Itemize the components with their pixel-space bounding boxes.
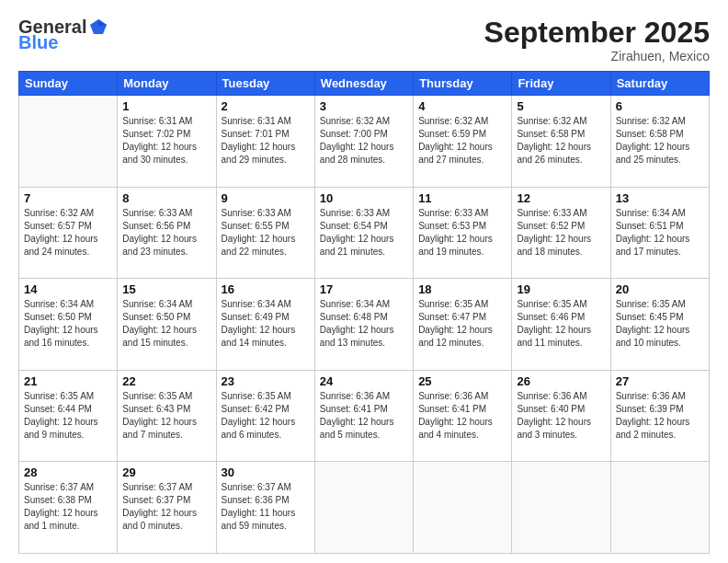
day-number: 30 — [222, 465, 310, 479]
day-info: Sunrise: 6:35 AM Sunset: 6:45 PM Dayligh… — [616, 298, 704, 350]
calendar-cell: 5Sunrise: 6:32 AM Sunset: 6:58 PM Daylig… — [512, 96, 610, 188]
day-number: 10 — [320, 191, 408, 205]
day-info: Sunrise: 6:33 AM Sunset: 6:56 PM Dayligh… — [122, 207, 210, 259]
day-info: Sunrise: 6:32 AM Sunset: 6:57 PM Dayligh… — [24, 207, 112, 259]
day-info: Sunrise: 6:31 AM Sunset: 7:02 PM Dayligh… — [122, 115, 210, 167]
day-info: Sunrise: 6:37 AM Sunset: 6:38 PM Dayligh… — [24, 481, 112, 533]
col-header-wednesday: Wednesday — [314, 72, 413, 96]
col-header-sunday: Sunday — [19, 72, 118, 96]
day-number: 9 — [222, 191, 310, 205]
calendar-cell — [414, 462, 512, 554]
calendar-cell: 4Sunrise: 6:32 AM Sunset: 6:59 PM Daylig… — [414, 96, 512, 188]
day-number: 1 — [122, 99, 210, 113]
calendar-cell: 10Sunrise: 6:33 AM Sunset: 6:54 PM Dayli… — [314, 187, 413, 279]
calendar-week-row: 28Sunrise: 6:37 AM Sunset: 6:38 PM Dayli… — [19, 462, 710, 554]
day-number: 27 — [616, 374, 704, 388]
calendar-table: SundayMondayTuesdayWednesdayThursdayFrid… — [18, 71, 710, 554]
col-header-tuesday: Tuesday — [216, 72, 314, 96]
calendar-cell: 7Sunrise: 6:32 AM Sunset: 6:57 PM Daylig… — [19, 187, 118, 279]
col-header-thursday: Thursday — [414, 72, 512, 96]
calendar-cell: 25Sunrise: 6:36 AM Sunset: 6:41 PM Dayli… — [414, 370, 512, 462]
calendar-week-row: 21Sunrise: 6:35 AM Sunset: 6:44 PM Dayli… — [19, 370, 710, 462]
day-number: 2 — [222, 99, 310, 113]
logo-flag-icon — [88, 17, 108, 38]
day-number: 29 — [122, 465, 210, 479]
day-info: Sunrise: 6:34 AM Sunset: 6:51 PM Dayligh… — [616, 207, 704, 259]
calendar-cell: 8Sunrise: 6:33 AM Sunset: 6:56 PM Daylig… — [118, 187, 216, 279]
calendar-cell: 2Sunrise: 6:31 AM Sunset: 7:01 PM Daylig… — [216, 96, 314, 188]
calendar-cell: 14Sunrise: 6:34 AM Sunset: 6:50 PM Dayli… — [19, 279, 118, 371]
day-number: 22 — [122, 374, 210, 388]
day-info: Sunrise: 6:32 AM Sunset: 6:58 PM Dayligh… — [517, 115, 605, 167]
day-info: Sunrise: 6:34 AM Sunset: 6:48 PM Dayligh… — [320, 298, 408, 350]
calendar-cell — [610, 462, 709, 554]
day-number: 25 — [418, 374, 506, 388]
calendar-cell: 19Sunrise: 6:35 AM Sunset: 6:46 PM Dayli… — [512, 279, 610, 371]
calendar-cell: 3Sunrise: 6:32 AM Sunset: 7:00 PM Daylig… — [314, 96, 413, 188]
location-subtitle: Zirahuen, Mexico — [484, 49, 710, 63]
day-info: Sunrise: 6:35 AM Sunset: 6:42 PM Dayligh… — [222, 390, 310, 442]
col-header-friday: Friday — [512, 72, 610, 96]
day-number: 13 — [616, 191, 704, 205]
day-number: 7 — [24, 191, 112, 205]
calendar-cell — [512, 462, 610, 554]
calendar-week-row: 7Sunrise: 6:32 AM Sunset: 6:57 PM Daylig… — [19, 187, 710, 279]
calendar-week-row: 1Sunrise: 6:31 AM Sunset: 7:02 PM Daylig… — [19, 96, 710, 188]
calendar-cell: 13Sunrise: 6:34 AM Sunset: 6:51 PM Dayli… — [610, 187, 709, 279]
calendar-cell: 29Sunrise: 6:37 AM Sunset: 6:37 PM Dayli… — [118, 462, 216, 554]
day-info: Sunrise: 6:33 AM Sunset: 6:55 PM Dayligh… — [222, 207, 310, 259]
day-info: Sunrise: 6:35 AM Sunset: 6:43 PM Dayligh… — [122, 390, 210, 442]
day-info: Sunrise: 6:36 AM Sunset: 6:41 PM Dayligh… — [418, 390, 506, 442]
day-info: Sunrise: 6:32 AM Sunset: 6:58 PM Dayligh… — [616, 115, 704, 167]
day-info: Sunrise: 6:35 AM Sunset: 6:47 PM Dayligh… — [418, 298, 506, 350]
day-number: 20 — [616, 282, 704, 296]
day-info: Sunrise: 6:35 AM Sunset: 6:44 PM Dayligh… — [24, 390, 112, 442]
calendar-cell: 16Sunrise: 6:34 AM Sunset: 6:49 PM Dayli… — [216, 279, 314, 371]
day-info: Sunrise: 6:36 AM Sunset: 6:39 PM Dayligh… — [616, 390, 704, 442]
day-info: Sunrise: 6:32 AM Sunset: 7:00 PM Dayligh… — [320, 115, 408, 167]
page: General Blue September 2025 Zirahuen, Me… — [0, 0, 728, 563]
calendar-week-row: 14Sunrise: 6:34 AM Sunset: 6:50 PM Dayli… — [19, 279, 710, 371]
day-number: 17 — [320, 282, 408, 296]
day-info: Sunrise: 6:33 AM Sunset: 6:52 PM Dayligh… — [517, 207, 605, 259]
day-info: Sunrise: 6:35 AM Sunset: 6:46 PM Dayligh… — [517, 298, 605, 350]
day-number: 12 — [517, 191, 605, 205]
calendar-cell: 26Sunrise: 6:36 AM Sunset: 6:40 PM Dayli… — [512, 370, 610, 462]
day-number: 19 — [517, 282, 605, 296]
day-info: Sunrise: 6:37 AM Sunset: 6:37 PM Dayligh… — [122, 481, 210, 533]
col-header-saturday: Saturday — [610, 72, 709, 96]
day-number: 14 — [24, 282, 112, 296]
calendar-cell: 12Sunrise: 6:33 AM Sunset: 6:52 PM Dayli… — [512, 187, 610, 279]
calendar-cell: 17Sunrise: 6:34 AM Sunset: 6:48 PM Dayli… — [314, 279, 413, 371]
calendar-cell: 18Sunrise: 6:35 AM Sunset: 6:47 PM Dayli… — [414, 279, 512, 371]
day-number: 8 — [122, 191, 210, 205]
calendar-cell: 23Sunrise: 6:35 AM Sunset: 6:42 PM Dayli… — [216, 370, 314, 462]
day-number: 21 — [24, 374, 112, 388]
calendar-cell — [19, 96, 118, 188]
day-info: Sunrise: 6:32 AM Sunset: 6:59 PM Dayligh… — [418, 115, 506, 167]
day-number: 26 — [517, 374, 605, 388]
month-title: September 2025 — [484, 17, 710, 49]
day-number: 4 — [418, 99, 506, 113]
header: General Blue September 2025 Zirahuen, Me… — [18, 17, 710, 63]
calendar-header-row: SundayMondayTuesdayWednesdayThursdayFrid… — [19, 72, 710, 96]
day-number: 11 — [418, 191, 506, 205]
calendar-cell: 1Sunrise: 6:31 AM Sunset: 7:02 PM Daylig… — [118, 96, 216, 188]
day-info: Sunrise: 6:34 AM Sunset: 6:50 PM Dayligh… — [24, 298, 112, 350]
day-info: Sunrise: 6:33 AM Sunset: 6:54 PM Dayligh… — [320, 207, 408, 259]
day-number: 6 — [616, 99, 704, 113]
day-info: Sunrise: 6:36 AM Sunset: 6:41 PM Dayligh… — [320, 390, 408, 442]
day-number: 3 — [320, 99, 408, 113]
day-number: 18 — [418, 282, 506, 296]
day-info: Sunrise: 6:34 AM Sunset: 6:49 PM Dayligh… — [222, 298, 310, 350]
calendar-cell: 9Sunrise: 6:33 AM Sunset: 6:55 PM Daylig… — [216, 187, 314, 279]
calendar-cell: 15Sunrise: 6:34 AM Sunset: 6:50 PM Dayli… — [118, 279, 216, 371]
col-header-monday: Monday — [118, 72, 216, 96]
day-number: 16 — [222, 282, 310, 296]
logo-blue-text: Blue — [18, 32, 58, 53]
day-number: 5 — [517, 99, 605, 113]
day-number: 15 — [122, 282, 210, 296]
calendar-cell: 28Sunrise: 6:37 AM Sunset: 6:38 PM Dayli… — [19, 462, 118, 554]
calendar-cell: 30Sunrise: 6:37 AM Sunset: 6:36 PM Dayli… — [216, 462, 314, 554]
calendar-cell: 6Sunrise: 6:32 AM Sunset: 6:58 PM Daylig… — [610, 96, 709, 188]
